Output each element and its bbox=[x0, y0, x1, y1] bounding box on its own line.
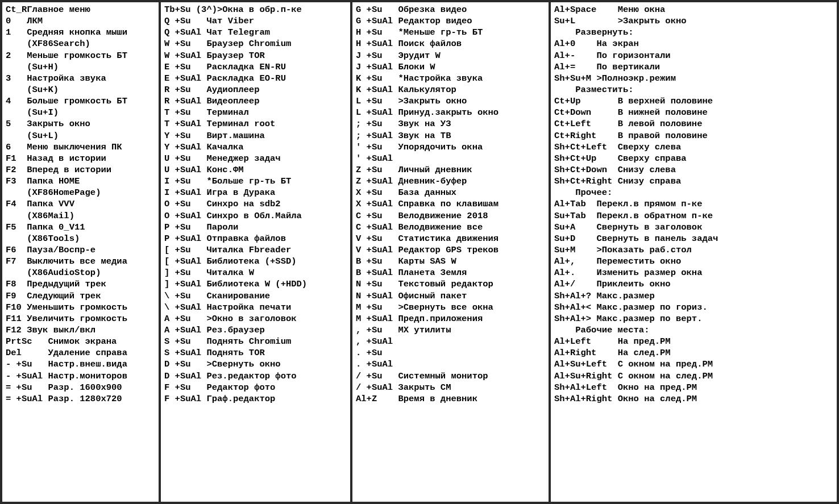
shortcut-key: F2 bbox=[6, 165, 27, 176]
shortcut-desc: Раскладка EN-RU bbox=[206, 62, 286, 73]
shortcut-desc: В правой половине bbox=[618, 131, 708, 142]
shortcut-key: . +SuAl bbox=[356, 359, 398, 370]
shortcut-desc: Чат Telegram bbox=[206, 27, 270, 39]
shortcut-desc: (Su+K) bbox=[27, 85, 59, 96]
shortcut-desc: Настройка звука bbox=[27, 73, 106, 85]
shortcut-desc: Удаление справа bbox=[48, 348, 127, 359]
shortcut-row: F4 Папка VVV bbox=[6, 199, 155, 210]
shortcut-desc: Статистика движения bbox=[398, 234, 499, 245]
shortcut-row: Sh+Al+> Макс.размер по верт. bbox=[554, 314, 833, 325]
shortcut-key: / +Su bbox=[356, 371, 398, 382]
shortcut-row: F5 Папка 0_V11 bbox=[6, 222, 155, 234]
shortcut-desc: С окном на след.РМ bbox=[618, 371, 713, 382]
shortcut-desc: Дневник-буфер bbox=[398, 176, 467, 188]
shortcut-row: ] +Su Читалка W bbox=[164, 268, 347, 279]
shortcut-desc: Принуд.закрыть окно bbox=[398, 107, 499, 119]
shortcut-desc: Настр.мониторов bbox=[48, 371, 127, 382]
shortcut-key: Al+Z bbox=[356, 394, 398, 405]
shortcut-desc: Личный дневник bbox=[398, 165, 472, 176]
shortcut-row: C +SuAl Велодвижение все bbox=[356, 222, 545, 234]
shortcut-row: Sh+Al+Left Окно на пред.РМ bbox=[554, 382, 833, 394]
shortcut-desc: Аудиоплеер bbox=[206, 85, 259, 96]
shortcut-row: . +SuAl bbox=[356, 359, 545, 370]
shortcut-key: F11 bbox=[6, 314, 27, 325]
shortcut-desc: Эрудит W bbox=[398, 51, 440, 62]
shortcut-key: U +SuAl bbox=[164, 165, 206, 176]
shortcut-row: Al+Right На след.РМ bbox=[554, 348, 833, 359]
shortcut-desc: Вирт.машина bbox=[206, 131, 264, 142]
shortcut-key: D +Su bbox=[164, 359, 206, 370]
shortcut-desc: (XF86Search) bbox=[27, 39, 90, 50]
shortcut-desc: Чат Viber bbox=[206, 16, 254, 27]
shortcut-key: Al+0 bbox=[554, 39, 596, 50]
shortcut-key: F1 bbox=[6, 153, 27, 165]
shortcut-key: Al+Su+Left bbox=[554, 359, 618, 370]
shortcut-key: D +SuAl bbox=[164, 371, 206, 382]
section-heading: Развернуть: bbox=[554, 27, 634, 39]
shortcut-desc: Окно на след.РМ bbox=[618, 394, 697, 405]
shortcut-row: [ +SuAl Библиотека (+SSD) bbox=[164, 256, 347, 268]
shortcut-desc: Библиотека W (+HDD) bbox=[206, 279, 307, 290]
shortcut-desc: >Полноэкр.режим bbox=[596, 73, 676, 85]
shortcut-desc: Офисный пакет bbox=[398, 291, 467, 302]
shortcut-key: Tb+Su (3^) bbox=[164, 5, 217, 16]
shortcut-row: (XF86HomePage) bbox=[6, 188, 155, 199]
shortcut-key: I +Su bbox=[164, 176, 206, 188]
shortcut-key: Su+Tab bbox=[554, 211, 596, 222]
shortcut-row: F11 Увеличить громкость bbox=[6, 314, 155, 325]
shortcut-key: 6 bbox=[6, 142, 27, 153]
shortcut-key: Sh+Su+M bbox=[554, 73, 596, 85]
shortcut-key: 5 bbox=[6, 119, 27, 130]
shortcut-key: Sh+Ct+Right bbox=[554, 176, 618, 188]
shortcut-row: (XF86Search) bbox=[6, 39, 155, 50]
shortcut-desc: Конс.ФМ bbox=[206, 165, 243, 176]
shortcut-desc: Сканирование bbox=[206, 291, 270, 302]
shortcut-row: Del Удаление справа bbox=[6, 348, 155, 359]
shortcut-desc: Браузер TOR bbox=[206, 51, 264, 62]
shortcut-desc: Поднять TOR bbox=[206, 348, 264, 359]
shortcut-desc: Закрыть СМ bbox=[398, 382, 451, 394]
shortcut-row: F1 Назад в истории bbox=[6, 153, 155, 165]
shortcut-key: Al+Space bbox=[554, 5, 618, 16]
shortcut-row: U +SuAl Конс.ФМ bbox=[164, 165, 347, 176]
shortcut-desc: Звук выкл/вкл bbox=[27, 325, 95, 336]
shortcut-row: Al+= По вертикали bbox=[554, 62, 833, 73]
shortcut-row: Su+A Свернуть в заголовок bbox=[554, 222, 833, 234]
shortcut-desc: На пред.РМ bbox=[618, 336, 671, 348]
shortcut-row: (Su+I) bbox=[6, 107, 155, 119]
shortcut-desc: По вертикали bbox=[596, 62, 660, 73]
shortcut-row: F8 Предыдущий трек bbox=[6, 279, 155, 290]
shortcut-desc: Редактор фото bbox=[206, 382, 275, 394]
shortcut-row: Z +SuAl Дневник-буфер bbox=[356, 176, 545, 188]
shortcut-key: Sh+Ct+Down bbox=[554, 165, 618, 176]
shortcut-key: E +SuAl bbox=[164, 73, 206, 85]
shortcut-desc: >Окно в заголовок bbox=[206, 314, 296, 325]
shortcut-row: A +SuAl Рез.браузер bbox=[164, 325, 347, 336]
shortcut-key: ] +Su bbox=[164, 268, 206, 279]
shortcut-key: F3 bbox=[6, 176, 27, 188]
shortcut-desc: Синхро в Обл.Майла bbox=[206, 211, 301, 222]
shortcut-desc: Библиотека (+SSD) bbox=[206, 256, 296, 268]
shortcut-desc: Раскладка EO-RU bbox=[206, 73, 286, 85]
shortcut-key: = +SuAl bbox=[6, 394, 48, 405]
shortcut-desc: >Закрыть окно bbox=[618, 16, 687, 27]
shortcut-row: I +SuAl Игра в Дурака bbox=[164, 188, 347, 199]
shortcut-key: Su+L bbox=[554, 16, 618, 27]
shortcut-key: H +SuAl bbox=[356, 39, 398, 50]
shortcut-key: I +SuAl bbox=[164, 188, 206, 199]
shortcut-row: Q +Su Чат Viber bbox=[164, 16, 347, 27]
shortcut-row: Sh+Su+M >Полноэкр.режим bbox=[554, 73, 833, 85]
shortcut-row: F12 Звук выкл/вкл bbox=[6, 325, 155, 336]
shortcut-desc: Браузер Chromium bbox=[206, 39, 291, 50]
shortcut-row: Al+0 На экран bbox=[554, 39, 833, 50]
shortcut-key: . +Su bbox=[356, 348, 398, 359]
shortcut-row: N +SuAl Офисный пакет bbox=[356, 291, 545, 302]
shortcut-row: , +Su MX утилиты bbox=[356, 325, 545, 336]
shortcut-key: Sh+Al+? bbox=[554, 291, 596, 302]
shortcut-row: J +Su Эрудит W bbox=[356, 51, 545, 62]
shortcut-key: ] +SuAl bbox=[164, 279, 206, 290]
section-heading: Разместить: bbox=[554, 85, 634, 96]
shortcut-desc: Рез.редактор фото bbox=[206, 371, 296, 382]
shortcut-desc: В левой половине bbox=[618, 119, 703, 130]
shortcut-row: H +SuAl Поиск файлов bbox=[356, 39, 545, 50]
